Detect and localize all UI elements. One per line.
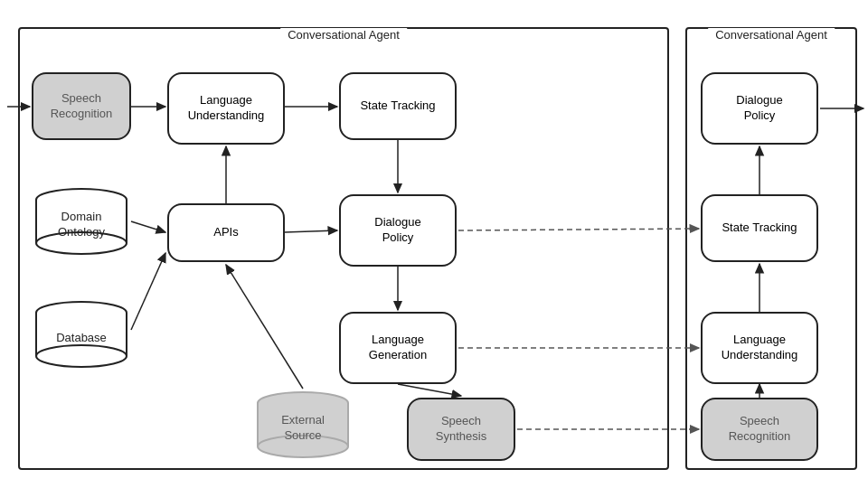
language-understanding-right: Language Understanding	[701, 312, 818, 384]
state-tracking-left: State Tracking	[339, 72, 457, 140]
dialogue-policy-left: Dialogue Policy	[339, 194, 457, 267]
language-understanding: Language Understanding	[167, 72, 285, 145]
language-generation: Language Generation	[339, 312, 457, 384]
apis: APIs	[167, 203, 285, 262]
diagram: Conversational Agent Conversational Agen…	[0, 0, 868, 488]
speech-recognition-right: Speech Recognition	[701, 398, 818, 461]
dialogue-policy-right: Dialogue Policy	[701, 72, 818, 145]
database: Database	[32, 298, 131, 371]
domain-ontology: Domain Ontology	[32, 185, 131, 258]
state-tracking-right: State Tracking	[701, 194, 818, 262]
external-source: External Source	[253, 389, 353, 461]
speech-synthesis: Speech Synthesis	[407, 398, 515, 461]
left-agent-label: Conversational Agent	[280, 28, 407, 42]
right-agent-label: Conversational Agent	[708, 28, 835, 42]
svg-point-9	[36, 345, 127, 367]
speech-recognition-left: Speech Recognition	[32, 72, 131, 140]
